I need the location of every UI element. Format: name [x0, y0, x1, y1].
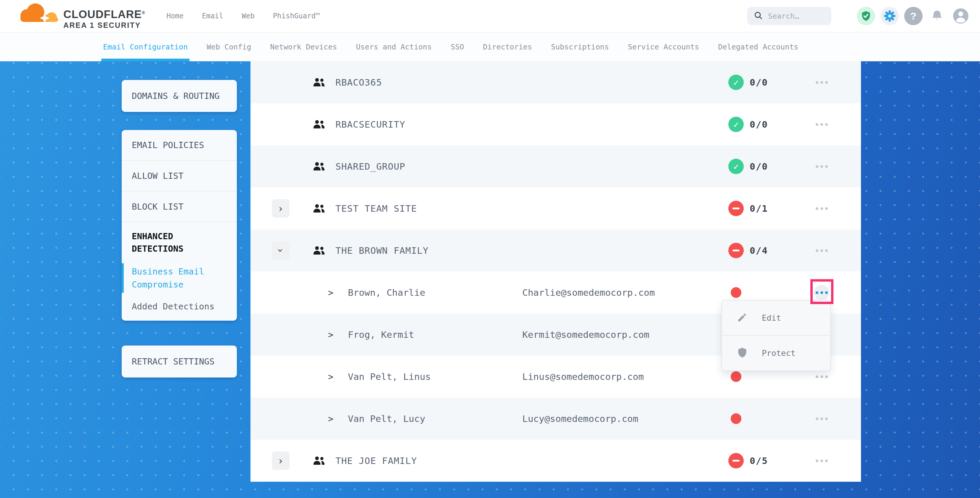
- protected-count: 0/0: [750, 119, 768, 130]
- context-menu: Edit Protect: [722, 300, 831, 371]
- status-icon: [728, 75, 744, 90]
- row-actions-button[interactable]: [814, 159, 829, 174]
- tab-users-and-actions[interactable]: Users and Actions: [356, 33, 432, 61]
- user-avatar-icon[interactable]: [951, 7, 970, 25]
- group-name: THE BROWN FAMILY: [336, 245, 429, 256]
- table-row-group: SHARED_GROUP 0/0: [250, 145, 861, 188]
- sidebar-item-allow-list[interactable]: ALLOW LIST: [122, 161, 237, 192]
- search-input[interactable]: [767, 11, 819, 21]
- protected-count: 0/1: [750, 203, 768, 214]
- nav-item-phishguard[interactable]: PhishGuard™: [273, 12, 320, 20]
- group-people-icon: [313, 456, 326, 466]
- row-actions-button[interactable]: [814, 369, 829, 384]
- user-email: Charlie@somedemocorp.com: [522, 287, 655, 298]
- search-icon: [754, 11, 763, 21]
- tab-delegated-accounts[interactable]: Delegated Accounts: [718, 33, 798, 61]
- app-header: CLOUDFLARE® AREA 1 SECURITY Home Email W…: [0, 0, 980, 33]
- sidebar-item-added-detections[interactable]: Added Detections: [132, 301, 227, 312]
- table-row-group: › THE JOE FAMILY 0/5: [250, 440, 861, 482]
- sidebar-item-retract-settings[interactable]: RETRACT SETTINGS: [122, 345, 237, 377]
- status-icon: [731, 371, 741, 382]
- table-row-user: > Van Pelt, Lucy Lucy@somedemocorp.com: [250, 398, 861, 440]
- user-caret-icon: >: [328, 414, 333, 424]
- brand-name: CLOUDFLARE®: [64, 7, 145, 20]
- tab-service-accounts[interactable]: Service Accounts: [628, 33, 699, 61]
- row-actions-button[interactable]: [814, 75, 829, 90]
- user-name: Van Pelt, Linus: [348, 371, 431, 382]
- tab-web-config[interactable]: Web Config: [207, 33, 251, 61]
- primary-nav: Home Email Web PhishGuard™: [166, 12, 320, 20]
- protected-count: 0/0: [750, 161, 768, 172]
- settings-gear-icon[interactable]: [881, 7, 899, 25]
- row-actions-button[interactable]: [814, 285, 829, 300]
- menu-item-edit[interactable]: Edit: [722, 301, 830, 335]
- group-name: RBACSECURITY: [336, 119, 405, 130]
- group-name: TEST TEAM SITE: [336, 203, 417, 214]
- sidebar-email-policies-card: EMAIL POLICIES ALLOW LIST BLOCK LIST ENH…: [122, 130, 237, 321]
- expand-chevron-button[interactable]: ›: [272, 452, 290, 470]
- table-row-group: RBACSECURITY 0/0: [250, 103, 861, 145]
- notifications-bell-icon[interactable]: [928, 7, 946, 25]
- cloudflare-cloud-icon: [15, 2, 62, 28]
- nav-item-email[interactable]: Email: [202, 12, 223, 20]
- pencil-icon: [737, 312, 748, 324]
- expand-chevron-button[interactable]: ›: [272, 241, 290, 260]
- table-row-group: RBACO365 0/0: [250, 61, 861, 103]
- sidebar-enhanced-detections-section: ENHANCED DETECTIONS Business Email Compr…: [122, 222, 237, 321]
- secondary-nav: Email Configuration Web Config Network D…: [0, 33, 980, 61]
- row-actions-button[interactable]: [814, 243, 829, 258]
- group-people-icon: [313, 204, 326, 213]
- user-name: Frog, Kermit: [348, 329, 414, 340]
- status-icon: [731, 287, 741, 298]
- search-box[interactable]: [747, 7, 831, 25]
- sidebar-item-enhanced-detections[interactable]: ENHANCED DETECTIONS: [132, 230, 227, 255]
- protected-count: 0/5: [750, 455, 768, 466]
- group-people-icon: [313, 245, 326, 256]
- user-email: Lucy@somedemocorp.com: [522, 413, 638, 424]
- groups-table-panel: RBACO365 0/0 RBACSECURITY 0/0: [250, 61, 861, 482]
- help-icon[interactable]: ?: [904, 7, 923, 25]
- user-caret-icon: >: [328, 288, 333, 298]
- status-icon: [728, 159, 744, 174]
- nav-item-home[interactable]: Home: [166, 12, 184, 20]
- group-people-icon: [313, 119, 326, 129]
- cloudflare-logo: CLOUDFLARE® AREA 1 SECURITY: [15, 2, 145, 30]
- tab-directories[interactable]: Directories: [483, 33, 532, 61]
- sidebar-item-email-policies[interactable]: EMAIL POLICIES: [122, 130, 237, 161]
- nav-item-web[interactable]: Web: [242, 12, 255, 20]
- group-name: SHARED_GROUP: [336, 161, 405, 172]
- sidebar-item-domains-routing[interactable]: DOMAINS & ROUTING: [122, 80, 237, 112]
- row-actions-button[interactable]: [814, 201, 829, 216]
- page-background: DOMAINS & ROUTING EMAIL POLICIES ALLOW L…: [0, 61, 980, 498]
- row-actions-button[interactable]: [814, 117, 829, 132]
- protected-count: 0/4: [750, 245, 768, 256]
- group-people-icon: [313, 161, 326, 172]
- tab-network-devices[interactable]: Network Devices: [270, 33, 337, 61]
- user-name: Brown, Charlie: [348, 287, 425, 298]
- tab-subscriptions[interactable]: Subscriptions: [551, 33, 609, 61]
- tab-sso[interactable]: SSO: [450, 33, 464, 61]
- user-email: Linus@somedemocorp.com: [522, 371, 644, 382]
- status-icon: [728, 117, 744, 132]
- sidebar-item-block-list[interactable]: BLOCK LIST: [122, 192, 237, 222]
- group-name: RBACO365: [336, 77, 382, 88]
- user-email: Kermit@somedemocorp.com: [522, 329, 649, 340]
- protected-count: 0/0: [750, 77, 768, 88]
- tab-email-configuration[interactable]: Email Configuration: [103, 33, 188, 61]
- sidebar-item-business-email-compromise[interactable]: Business Email Compromise: [132, 265, 227, 291]
- row-actions-button[interactable]: [814, 411, 829, 426]
- group-people-icon: [313, 77, 326, 88]
- group-name: THE JOE FAMILY: [336, 455, 417, 466]
- user-caret-icon: >: [328, 329, 333, 340]
- shield-check-icon[interactable]: [857, 7, 875, 25]
- row-actions-button[interactable]: [814, 453, 829, 468]
- expand-chevron-button[interactable]: ›: [272, 199, 290, 218]
- status-icon: [731, 413, 741, 424]
- status-icon: [728, 243, 744, 258]
- menu-item-protect[interactable]: Protect: [722, 335, 830, 371]
- shield-icon: [737, 347, 748, 359]
- user-caret-icon: >: [328, 372, 333, 382]
- brand-subtitle: AREA 1 SECURITY: [64, 20, 145, 30]
- user-name: Van Pelt, Lucy: [348, 413, 425, 424]
- table-row-group: › TEST TEAM SITE 0/1: [250, 188, 861, 229]
